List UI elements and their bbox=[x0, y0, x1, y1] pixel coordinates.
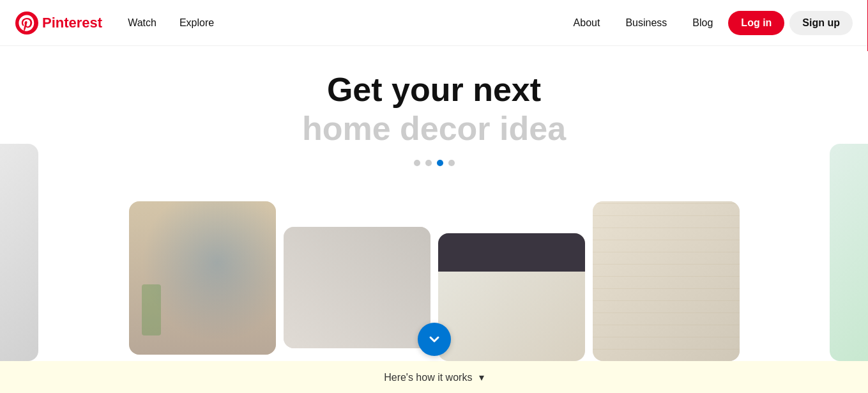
logo-text: Pinterest bbox=[42, 15, 102, 31]
nav-business[interactable]: Business bbox=[615, 12, 677, 34]
pinterest-logo-icon bbox=[15, 12, 38, 35]
nav-watch[interactable]: Watch bbox=[118, 12, 167, 34]
dot-3[interactable] bbox=[437, 160, 443, 166]
carousel-dots bbox=[0, 160, 868, 166]
side-image-right bbox=[830, 144, 868, 361]
header-left: Pinterest Watch Explore bbox=[15, 12, 224, 35]
image-card-2 bbox=[284, 227, 430, 348]
image-card-3 bbox=[438, 233, 585, 361]
chevron-down-icon bbox=[427, 332, 442, 347]
signup-button[interactable]: Sign up bbox=[789, 11, 853, 35]
nav-about[interactable]: About bbox=[563, 12, 611, 34]
how-it-works-text: Here's how it works ▾ bbox=[384, 371, 484, 383]
dot-1[interactable] bbox=[414, 160, 420, 166]
nav-left: Watch Explore bbox=[118, 12, 224, 34]
dot-2[interactable] bbox=[425, 160, 432, 166]
headline-main: Get your next bbox=[0, 72, 868, 108]
hero: Get your next home decor idea Here's how… bbox=[0, 46, 868, 393]
login-button[interactable]: Log in bbox=[728, 11, 784, 35]
image-card-1 bbox=[129, 201, 276, 355]
dot-4[interactable] bbox=[448, 160, 455, 166]
hero-headline: Get your next home decor idea bbox=[0, 46, 868, 147]
image-card-4 bbox=[593, 201, 740, 361]
scroll-down-button[interactable] bbox=[418, 323, 451, 356]
how-it-works-bar[interactable]: Here's how it works ▾ bbox=[0, 361, 868, 393]
headline-sub: home decor idea bbox=[0, 111, 868, 147]
how-it-works-chevron: ▾ bbox=[479, 371, 484, 383]
header-right: About Business Blog Log in Sign up bbox=[563, 11, 853, 35]
header: Pinterest Watch Explore About Business B… bbox=[0, 0, 868, 46]
nav-blog[interactable]: Blog bbox=[682, 12, 723, 34]
nav-explore[interactable]: Explore bbox=[169, 12, 224, 34]
pinterest-logo-link[interactable]: Pinterest bbox=[15, 12, 102, 35]
how-it-works-label: Here's how it works bbox=[384, 372, 472, 383]
